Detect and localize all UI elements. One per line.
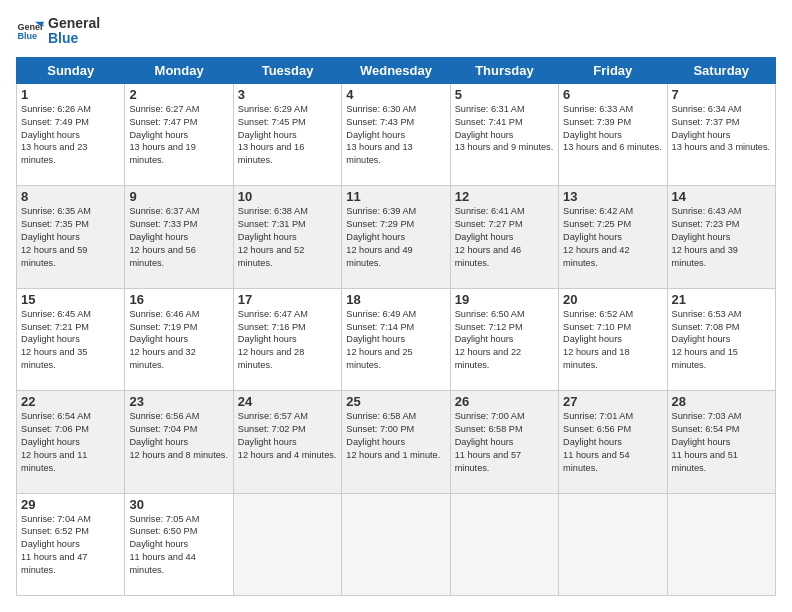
day-info: Sunrise: 7:03 AMSunset: 6:54 PMDaylight …	[672, 410, 771, 474]
calendar-week-2: 8Sunrise: 6:35 AMSunset: 7:35 PMDaylight…	[17, 186, 776, 288]
calendar-cell: 24Sunrise: 6:57 AMSunset: 7:02 PMDayligh…	[233, 391, 341, 493]
logo-icon: General Blue	[16, 17, 44, 45]
day-number: 5	[455, 87, 554, 102]
calendar-cell: 14Sunrise: 6:43 AMSunset: 7:23 PMDayligh…	[667, 186, 775, 288]
calendar-cell: 2Sunrise: 6:27 AMSunset: 7:47 PMDaylight…	[125, 83, 233, 185]
calendar-cell: 13Sunrise: 6:42 AMSunset: 7:25 PMDayligh…	[559, 186, 667, 288]
day-number: 14	[672, 189, 771, 204]
calendar-cell	[342, 493, 450, 595]
day-number: 9	[129, 189, 228, 204]
day-info: Sunrise: 6:49 AMSunset: 7:14 PMDaylight …	[346, 308, 445, 372]
day-number: 27	[563, 394, 662, 409]
page: General Blue General Blue SundayMondayTu…	[0, 0, 792, 612]
header: General Blue General Blue	[16, 16, 776, 47]
day-info: Sunrise: 6:33 AMSunset: 7:39 PMDaylight …	[563, 103, 662, 155]
day-info: Sunrise: 6:41 AMSunset: 7:27 PMDaylight …	[455, 205, 554, 269]
calendar-cell: 28Sunrise: 7:03 AMSunset: 6:54 PMDayligh…	[667, 391, 775, 493]
col-header-sunday: Sunday	[17, 57, 125, 83]
day-number: 12	[455, 189, 554, 204]
day-number: 24	[238, 394, 337, 409]
calendar-cell: 4Sunrise: 6:30 AMSunset: 7:43 PMDaylight…	[342, 83, 450, 185]
calendar-week-4: 22Sunrise: 6:54 AMSunset: 7:06 PMDayligh…	[17, 391, 776, 493]
calendar-cell: 30Sunrise: 7:05 AMSunset: 6:50 PMDayligh…	[125, 493, 233, 595]
day-number: 10	[238, 189, 337, 204]
day-info: Sunrise: 7:01 AMSunset: 6:56 PMDaylight …	[563, 410, 662, 474]
calendar-cell: 29Sunrise: 7:04 AMSunset: 6:52 PMDayligh…	[17, 493, 125, 595]
calendar-table: SundayMondayTuesdayWednesdayThursdayFrid…	[16, 57, 776, 596]
day-number: 18	[346, 292, 445, 307]
calendar-header-row: SundayMondayTuesdayWednesdayThursdayFrid…	[17, 57, 776, 83]
col-header-saturday: Saturday	[667, 57, 775, 83]
calendar-cell: 20Sunrise: 6:52 AMSunset: 7:10 PMDayligh…	[559, 288, 667, 390]
col-header-tuesday: Tuesday	[233, 57, 341, 83]
day-number: 22	[21, 394, 120, 409]
day-info: Sunrise: 6:31 AMSunset: 7:41 PMDaylight …	[455, 103, 554, 155]
calendar-cell: 25Sunrise: 6:58 AMSunset: 7:00 PMDayligh…	[342, 391, 450, 493]
day-info: Sunrise: 7:04 AMSunset: 6:52 PMDaylight …	[21, 513, 120, 577]
col-header-thursday: Thursday	[450, 57, 558, 83]
day-info: Sunrise: 7:05 AMSunset: 6:50 PMDaylight …	[129, 513, 228, 577]
day-number: 2	[129, 87, 228, 102]
day-number: 17	[238, 292, 337, 307]
day-info: Sunrise: 6:54 AMSunset: 7:06 PMDaylight …	[21, 410, 120, 474]
calendar-cell: 19Sunrise: 6:50 AMSunset: 7:12 PMDayligh…	[450, 288, 558, 390]
day-number: 11	[346, 189, 445, 204]
calendar-cell	[667, 493, 775, 595]
calendar-cell: 8Sunrise: 6:35 AMSunset: 7:35 PMDaylight…	[17, 186, 125, 288]
calendar-cell: 23Sunrise: 6:56 AMSunset: 7:04 PMDayligh…	[125, 391, 233, 493]
day-info: Sunrise: 6:45 AMSunset: 7:21 PMDaylight …	[21, 308, 120, 372]
day-info: Sunrise: 6:42 AMSunset: 7:25 PMDaylight …	[563, 205, 662, 269]
day-info: Sunrise: 6:52 AMSunset: 7:10 PMDaylight …	[563, 308, 662, 372]
day-number: 7	[672, 87, 771, 102]
day-number: 19	[455, 292, 554, 307]
calendar-week-3: 15Sunrise: 6:45 AMSunset: 7:21 PMDayligh…	[17, 288, 776, 390]
day-number: 16	[129, 292, 228, 307]
calendar-cell: 1Sunrise: 6:26 AMSunset: 7:49 PMDaylight…	[17, 83, 125, 185]
day-info: Sunrise: 6:27 AMSunset: 7:47 PMDaylight …	[129, 103, 228, 167]
calendar-cell: 17Sunrise: 6:47 AMSunset: 7:16 PMDayligh…	[233, 288, 341, 390]
day-number: 21	[672, 292, 771, 307]
col-header-friday: Friday	[559, 57, 667, 83]
calendar-cell: 22Sunrise: 6:54 AMSunset: 7:06 PMDayligh…	[17, 391, 125, 493]
day-number: 28	[672, 394, 771, 409]
day-info: Sunrise: 6:30 AMSunset: 7:43 PMDaylight …	[346, 103, 445, 167]
day-number: 8	[21, 189, 120, 204]
calendar-cell: 21Sunrise: 6:53 AMSunset: 7:08 PMDayligh…	[667, 288, 775, 390]
day-info: Sunrise: 6:26 AMSunset: 7:49 PMDaylight …	[21, 103, 120, 167]
day-number: 13	[563, 189, 662, 204]
day-number: 20	[563, 292, 662, 307]
day-number: 30	[129, 497, 228, 512]
day-number: 26	[455, 394, 554, 409]
day-info: Sunrise: 6:34 AMSunset: 7:37 PMDaylight …	[672, 103, 771, 155]
logo: General Blue General Blue	[16, 16, 100, 47]
day-number: 25	[346, 394, 445, 409]
calendar-cell: 3Sunrise: 6:29 AMSunset: 7:45 PMDaylight…	[233, 83, 341, 185]
day-info: Sunrise: 6:47 AMSunset: 7:16 PMDaylight …	[238, 308, 337, 372]
day-info: Sunrise: 6:43 AMSunset: 7:23 PMDaylight …	[672, 205, 771, 269]
calendar-week-5: 29Sunrise: 7:04 AMSunset: 6:52 PMDayligh…	[17, 493, 776, 595]
calendar-cell: 16Sunrise: 6:46 AMSunset: 7:19 PMDayligh…	[125, 288, 233, 390]
day-info: Sunrise: 6:57 AMSunset: 7:02 PMDaylight …	[238, 410, 337, 462]
calendar-cell: 15Sunrise: 6:45 AMSunset: 7:21 PMDayligh…	[17, 288, 125, 390]
day-info: Sunrise: 6:53 AMSunset: 7:08 PMDaylight …	[672, 308, 771, 372]
day-info: Sunrise: 6:29 AMSunset: 7:45 PMDaylight …	[238, 103, 337, 167]
calendar-cell	[559, 493, 667, 595]
day-number: 4	[346, 87, 445, 102]
calendar-cell	[450, 493, 558, 595]
calendar-cell: 6Sunrise: 6:33 AMSunset: 7:39 PMDaylight…	[559, 83, 667, 185]
day-number: 15	[21, 292, 120, 307]
day-info: Sunrise: 6:39 AMSunset: 7:29 PMDaylight …	[346, 205, 445, 269]
day-info: Sunrise: 7:00 AMSunset: 6:58 PMDaylight …	[455, 410, 554, 474]
day-info: Sunrise: 6:38 AMSunset: 7:31 PMDaylight …	[238, 205, 337, 269]
day-info: Sunrise: 6:58 AMSunset: 7:00 PMDaylight …	[346, 410, 445, 462]
day-info: Sunrise: 6:46 AMSunset: 7:19 PMDaylight …	[129, 308, 228, 372]
svg-text:Blue: Blue	[17, 32, 37, 42]
day-number: 6	[563, 87, 662, 102]
calendar-cell: 18Sunrise: 6:49 AMSunset: 7:14 PMDayligh…	[342, 288, 450, 390]
calendar-cell: 9Sunrise: 6:37 AMSunset: 7:33 PMDaylight…	[125, 186, 233, 288]
calendar-week-1: 1Sunrise: 6:26 AMSunset: 7:49 PMDaylight…	[17, 83, 776, 185]
calendar-cell: 12Sunrise: 6:41 AMSunset: 7:27 PMDayligh…	[450, 186, 558, 288]
col-header-monday: Monday	[125, 57, 233, 83]
day-number: 23	[129, 394, 228, 409]
calendar-cell: 10Sunrise: 6:38 AMSunset: 7:31 PMDayligh…	[233, 186, 341, 288]
